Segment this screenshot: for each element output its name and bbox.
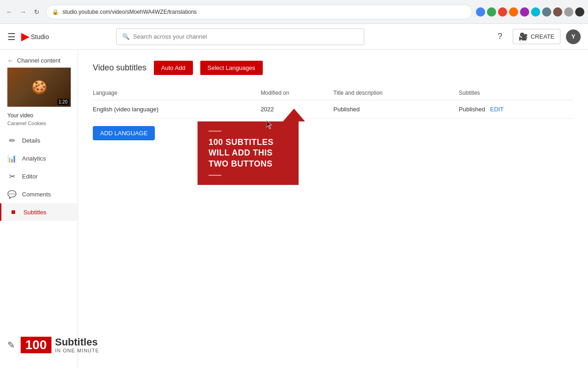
sidebar: ← Channel content 🍪 1:20 Your video Cara…	[0, 50, 78, 368]
help-button[interactable]: ?	[492, 29, 507, 44]
editor-label: Editor	[22, 173, 38, 180]
browser-controls: ← → ↻	[4, 6, 42, 17]
search-input[interactable]	[133, 33, 358, 40]
hamburger-menu[interactable]: ☰	[7, 31, 16, 42]
page-title: Video subtitles	[93, 63, 147, 73]
video-duration: 1:20	[57, 99, 69, 105]
avatar[interactable]: Y	[566, 29, 581, 44]
yt-logo[interactable]: ▶ Studio	[21, 31, 49, 43]
row-title-desc: Published	[334, 100, 459, 119]
browser-bar: ← → ↻ 🔒 studio.youtube.com/video/sMoehWA…	[0, 0, 588, 24]
col-modified: Modified on	[260, 86, 333, 100]
brand-subtitles: Subtitles	[78, 337, 99, 348]
analytics-icon: 📊	[7, 154, 17, 163]
lock-icon: 🔒	[52, 9, 59, 15]
url-text: studio.youtube.com/video/sMoehWA4WZE/tra…	[62, 9, 466, 15]
camera-icon: 🎥	[519, 32, 528, 41]
browser-extension-icons	[476, 7, 584, 17]
editor-icon: ✂	[7, 172, 17, 181]
forward-button[interactable]: →	[17, 6, 28, 17]
tooltip-line-top	[209, 131, 221, 132]
sidebar-item-comments[interactable]: 💬 Comments	[0, 185, 78, 203]
col-subtitles: Subtitles	[459, 86, 573, 100]
sidebar-item-editor[interactable]: ✂ Editor	[0, 167, 78, 185]
back-to-channel[interactable]: ← Channel content	[0, 53, 78, 68]
details-label: Details	[22, 137, 40, 144]
tooltip-box: 100 SUBTITLES WILL ADD THIS TWO BUTTONS	[198, 121, 299, 185]
brand-tagline: IN ONE MINUTE	[78, 348, 99, 353]
sidebar-item-subtitles[interactable]: ■ Subtitles	[0, 203, 78, 221]
select-languages-button[interactable]: Select Languages	[200, 61, 263, 75]
yt-header: ☰ ▶ Studio 🔍 ? 🎥 CREATE Y	[0, 24, 588, 50]
studio-label: Studio	[31, 33, 49, 40]
content-area: Video subtitles Auto Add Select Language…	[78, 50, 588, 368]
header-right: ? 🎥 CREATE Y	[492, 29, 581, 44]
comments-label: Comments	[22, 191, 51, 198]
refresh-button[interactable]: ↻	[31, 6, 42, 17]
sidebar-item-analytics[interactable]: 📊 Analytics	[0, 150, 78, 167]
sidebar-item-details[interactable]: ✏ Details	[0, 132, 78, 150]
search-icon: 🔍	[122, 33, 130, 40]
video-title: Your video	[0, 112, 78, 121]
table-row: English (video language) 2022 Published …	[93, 100, 573, 119]
add-language-button[interactable]: ADD LANGUAGE	[93, 126, 155, 140]
tooltip-line-bottom	[209, 175, 221, 176]
brand-text: Subtitles IN ONE MINUTE	[78, 337, 99, 353]
subtitle-table: Language Modified on Title and descripti…	[93, 86, 573, 119]
video-thumbnail: 🍪 1:20	[7, 68, 71, 107]
auto-add-button[interactable]: Auto Add	[154, 61, 193, 75]
pencil-icon: ✏	[7, 136, 17, 145]
subtitles-label: Subtitles	[23, 209, 46, 216]
search-bar[interactable]: 🔍	[116, 29, 364, 45]
row-subtitles: Published EDIT	[459, 100, 573, 119]
create-button[interactable]: 🎥 CREATE	[513, 29, 560, 44]
tooltip-arrow	[283, 109, 305, 121]
tooltip-text: 100 SUBTITLES WILL ADD THIS TWO BUTTONS	[209, 137, 288, 169]
subtitles-icon: ■	[9, 208, 18, 216]
comments-icon: 💬	[7, 190, 17, 199]
bottom-branding: ✎ 100 Subtitles IN ONE MINUTE	[78, 337, 99, 353]
address-bar[interactable]: 🔒 studio.youtube.com/video/sMoehWA4WZE/t…	[46, 5, 472, 19]
page-header: Video subtitles Auto Add Select Language…	[93, 61, 573, 75]
video-channel: Caramel Cookies	[0, 121, 78, 132]
edit-link[interactable]: EDIT	[490, 106, 504, 113]
create-label: CREATE	[531, 33, 554, 40]
back-arrow-icon: ←	[7, 57, 13, 64]
youtube-icon: ▶	[21, 31, 29, 43]
tooltip-container: 100 SUBTITLES WILL ADD THIS TWO BUTTONS	[198, 109, 299, 185]
col-language: Language	[93, 86, 260, 100]
col-title-desc: Title and description	[334, 86, 459, 100]
analytics-label: Analytics	[22, 155, 46, 162]
back-button[interactable]: ←	[4, 6, 15, 17]
back-label: Channel content	[17, 57, 61, 64]
main-layout: ← Channel content 🍪 1:20 Your video Cara…	[0, 50, 588, 368]
